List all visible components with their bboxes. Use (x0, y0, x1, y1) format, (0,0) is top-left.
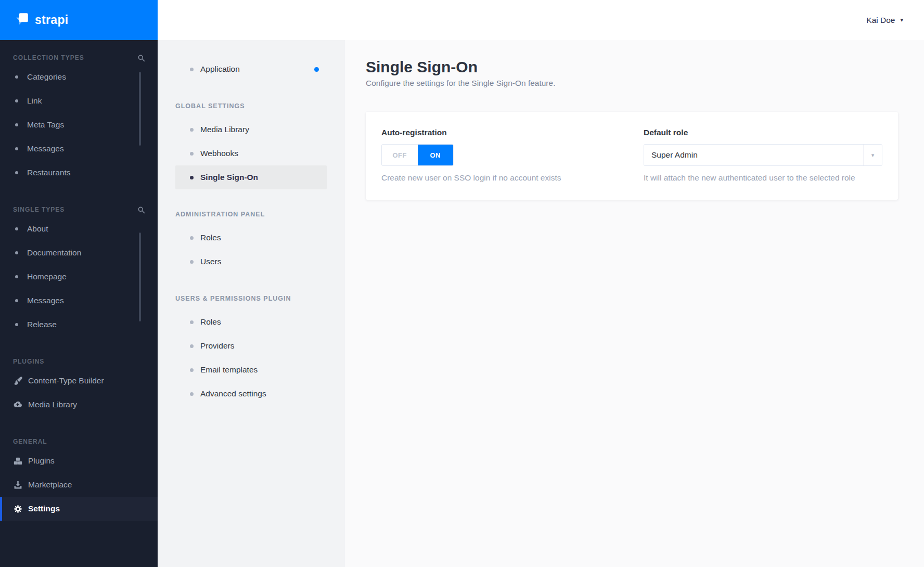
cubes-icon (13, 457, 22, 466)
subnav-item-admin-users[interactable]: Users (175, 250, 327, 274)
sidebar-item-content-type-builder[interactable]: Content-Type Builder (0, 369, 158, 393)
main-sidebar: strapi COLLECTION TYPES Categories Link … (0, 0, 158, 567)
bullet-icon (190, 392, 194, 396)
subnav-item-label: Roles (200, 233, 221, 242)
default-role-value: Super Admin (651, 150, 698, 160)
subnav-item-admin-roles[interactable]: Roles (175, 226, 327, 250)
default-role-helper: It will attach the new authenticated use… (644, 173, 882, 183)
bullet-icon (190, 152, 194, 156)
subnav-item-media-library[interactable]: Media Library (175, 118, 327, 141)
bullet-icon (190, 320, 194, 324)
sidebar-item-messages-single[interactable]: Messages (0, 289, 158, 313)
subnav-item-label: Roles (200, 317, 221, 327)
sidebar-item-label: Settings (28, 504, 60, 513)
sidebar-item-messages[interactable]: Messages (0, 137, 158, 161)
bullet-icon (15, 171, 18, 174)
sidebar-item-release[interactable]: Release (0, 313, 158, 337)
toggle-on-button[interactable]: ON (418, 145, 454, 165)
section-header: COLLECTION TYPES (0, 54, 158, 62)
subnav-item-email-templates[interactable]: Email templates (175, 358, 327, 382)
default-role-label: Default role (644, 128, 882, 137)
download-icon (13, 481, 22, 489)
chevron-down-icon: ▾ (900, 17, 903, 23)
auto-registration-toggle: OFF ON (381, 144, 454, 166)
subnav-item-label: Media Library (200, 125, 249, 134)
sidebar-item-label: Release (27, 320, 57, 329)
sidebar-item-label: Media Library (28, 400, 77, 409)
collection-types-scrollbar[interactable] (139, 72, 141, 146)
bullet-icon (15, 147, 18, 150)
sso-settings-card: Auto-registration OFF ON Create new user… (366, 112, 898, 200)
paintbrush-icon (13, 377, 22, 385)
sidebar-item-label: Documentation (27, 248, 81, 257)
sidebar-item-categories[interactable]: Categories (0, 65, 158, 89)
settings-subnav: Application GLOBAL SETTINGS Media Librar… (158, 40, 345, 567)
cloud-upload-icon (13, 400, 22, 409)
bullet-icon (15, 227, 18, 230)
sidebar-item-label: Marketplace (28, 480, 72, 489)
section-header: PLUGINS (0, 357, 158, 366)
sidebar-item-homepage[interactable]: Homepage (0, 265, 158, 289)
sidebar-item-label: Messages (27, 144, 64, 153)
sidebar-item-label: Meta Tags (27, 120, 64, 130)
auto-registration-label: Auto-registration (381, 128, 620, 137)
subnav-item-label: Providers (200, 341, 234, 351)
sidebar-item-documentation[interactable]: Documentation (0, 241, 158, 265)
bullet-icon (15, 123, 18, 126)
section-label: GENERAL (13, 438, 47, 445)
bullet-icon (190, 236, 194, 240)
subnav-item-label: Webhooks (200, 149, 238, 158)
notification-dot (314, 67, 319, 72)
subnav-section-header: ADMINISTRATION PANEL (175, 210, 327, 218)
single-types-scrollbar[interactable] (139, 233, 141, 321)
subnav-item-application[interactable]: Application (175, 57, 327, 81)
bullet-icon (15, 75, 18, 79)
topbar: Kai Doe ▾ (158, 0, 924, 40)
sidebar-item-label: Content-Type Builder (28, 376, 104, 385)
strapi-logo-icon (14, 11, 30, 29)
subnav-item-label: Advanced settings (200, 389, 266, 398)
sidebar-item-label: About (27, 224, 48, 234)
user-menu[interactable]: Kai Doe ▾ (866, 0, 903, 40)
sidebar-item-settings[interactable]: Settings (0, 497, 158, 521)
search-icon[interactable] (137, 206, 145, 214)
subnav-item-label: Email templates (200, 365, 258, 375)
bullet-icon (15, 275, 18, 278)
subnav-item-providers[interactable]: Providers (175, 334, 327, 358)
sidebar-item-plugins[interactable]: Plugins (0, 449, 158, 473)
subnav-item-advanced-settings[interactable]: Advanced settings (175, 382, 327, 406)
subnav-item-label: Single Sign-On (200, 173, 258, 182)
sidebar-item-link[interactable]: Link (0, 89, 158, 113)
section-label: SINGLE TYPES (13, 206, 65, 213)
subnav-section-label: USERS & PERMISSIONS PLUGIN (175, 295, 291, 302)
sidebar-item-label: Homepage (27, 272, 67, 281)
section-plugins: PLUGINS Content-Type Builder Media Libra… (0, 357, 158, 417)
subnav-item-up-roles[interactable]: Roles (175, 310, 327, 334)
user-name: Kai Doe (866, 16, 895, 25)
sidebar-item-label: Link (27, 96, 42, 106)
section-label: PLUGINS (13, 358, 44, 365)
subnav-section-header: GLOBAL SETTINGS (175, 102, 327, 110)
section-general: GENERAL Plugins Marketplace (0, 437, 158, 521)
sidebar-item-restaurants[interactable]: Restaurants (0, 161, 158, 185)
section-label: COLLECTION TYPES (13, 54, 84, 61)
search-icon[interactable] (137, 54, 145, 62)
subnav-item-single-sign-on[interactable]: Single Sign-On (175, 165, 327, 189)
section-collection-types: COLLECTION TYPES Categories Link Meta Ta… (0, 54, 158, 185)
toggle-off-button[interactable]: OFF (382, 145, 418, 165)
bullet-icon (190, 68, 194, 71)
section-header: SINGLE TYPES (0, 205, 158, 214)
sidebar-item-about[interactable]: About (0, 217, 158, 241)
subnav-item-webhooks[interactable]: Webhooks (175, 141, 327, 165)
section-header: GENERAL (0, 437, 158, 446)
sidebar-item-label: Restaurants (27, 168, 71, 177)
subnav-section-header: USERS & PERMISSIONS PLUGIN (175, 294, 327, 303)
brand-logo[interactable]: strapi (0, 0, 158, 40)
sidebar-item-label: Categories (27, 72, 66, 82)
sidebar-item-meta-tags[interactable]: Meta Tags (0, 113, 158, 137)
default-role-select[interactable]: Super Admin ▾ (644, 144, 882, 166)
sidebar-item-media-library[interactable]: Media Library (0, 393, 158, 417)
sidebar-item-marketplace[interactable]: Marketplace (0, 473, 158, 497)
default-role-field: Default role Super Admin ▾ It will attac… (644, 128, 882, 183)
bullet-icon (15, 299, 18, 302)
